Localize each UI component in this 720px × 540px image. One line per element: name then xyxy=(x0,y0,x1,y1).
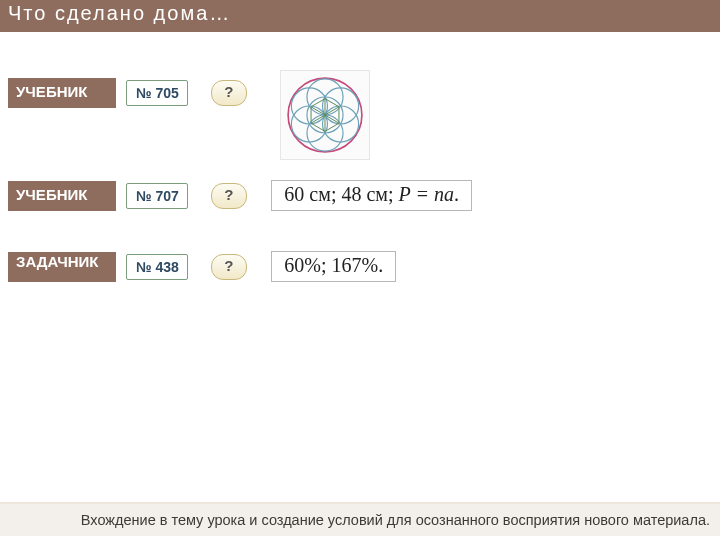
hw-row-1: УЧЕБНИК № 705 ? xyxy=(0,78,247,108)
footer-note: Вхождение в тему урока и создание услови… xyxy=(0,502,720,536)
exercise-number: № 707 xyxy=(126,183,188,209)
page-title: Что сделано дома… xyxy=(0,0,720,32)
hw-row-2: УЧЕБНИК № 707 ? 60 см; 48 см; P = na. xyxy=(0,180,472,211)
answer-text: . xyxy=(454,183,459,205)
exercise-number: № 438 xyxy=(126,254,188,280)
source-label: ЗАДАЧНИК xyxy=(8,252,116,282)
flower-diagram xyxy=(280,70,370,160)
reveal-button[interactable]: ? xyxy=(211,254,247,280)
answer-formula: P = na xyxy=(399,183,454,205)
answer-box: 60%; 167%. xyxy=(271,251,396,282)
answer-text: 60 см; 48 см; xyxy=(284,183,398,205)
reveal-button[interactable]: ? xyxy=(211,183,247,209)
flower-of-life-icon xyxy=(284,74,366,156)
source-label: УЧЕБНИК xyxy=(8,78,116,108)
answer-box: 60 см; 48 см; P = na. xyxy=(271,180,472,211)
reveal-button[interactable]: ? xyxy=(211,80,247,106)
source-label: УЧЕБНИК xyxy=(8,181,116,211)
hw-row-3: ЗАДАЧНИК № 438 ? 60%; 167%. xyxy=(0,251,396,282)
exercise-number: № 705 xyxy=(126,80,188,106)
